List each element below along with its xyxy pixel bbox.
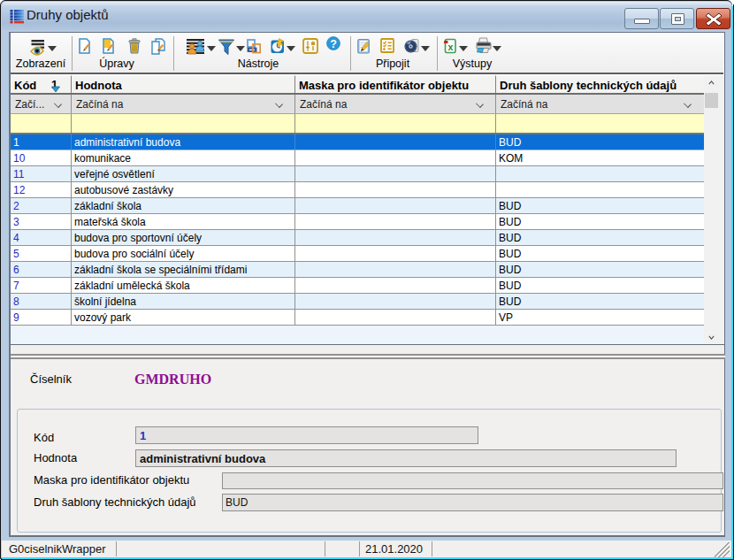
svg-text:?: ?	[330, 38, 337, 50]
svg-text:x: x	[448, 42, 454, 52]
